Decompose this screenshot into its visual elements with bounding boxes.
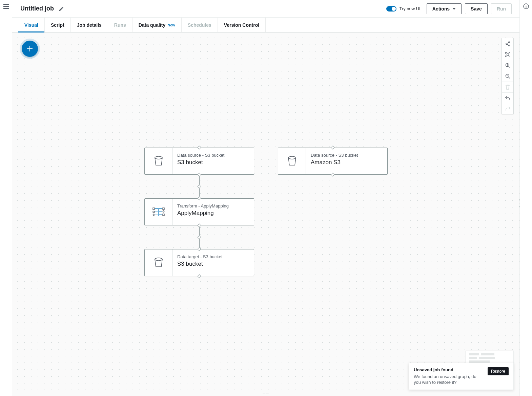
right-rail	[520, 0, 532, 396]
toggle-switch[interactable]	[386, 6, 396, 12]
svg-point-0	[508, 41, 510, 43]
new-badge: New	[167, 23, 175, 27]
node-name: Amazon S3	[311, 159, 383, 166]
add-node-button[interactable]	[22, 41, 38, 57]
node-s3-source-2[interactable]: Data source - S3 bucket Amazon S3	[278, 148, 388, 175]
app-root: Untitled job Try new UI Actions Save Run…	[0, 0, 532, 396]
node-s3-target[interactable]: Data target - S3 bucket S3 bucket	[144, 249, 254, 276]
zoom-in-icon[interactable]	[502, 60, 513, 71]
node-category: Data source - S3 bucket	[311, 153, 383, 158]
tab-bar: Visual Script Job details Runs Data qual…	[12, 18, 520, 32]
tab-runs: Runs	[108, 18, 132, 32]
save-button[interactable]: Save	[465, 3, 488, 14]
bucket-icon	[145, 148, 172, 174]
share-icon[interactable]	[502, 38, 513, 49]
svg-point-6	[155, 156, 162, 159]
svg-rect-8	[153, 208, 155, 210]
canvas-toolbar	[502, 38, 514, 114]
mapping-icon	[145, 199, 172, 225]
actions-button[interactable]: Actions	[427, 3, 462, 14]
try-new-ui-toggle[interactable]: Try new UI	[386, 6, 420, 12]
svg-rect-11	[163, 214, 164, 216]
toast-title: Unsaved job found	[414, 367, 484, 372]
tab-data-quality[interactable]: Data quality New	[132, 18, 182, 32]
left-rail	[0, 0, 12, 396]
toggle-label: Try new UI	[399, 6, 420, 11]
node-text: Transform - ApplyMapping ApplyMapping	[172, 199, 254, 225]
node-text: Data source - S3 bucket S3 bucket	[172, 148, 254, 174]
edge-marker	[197, 184, 201, 188]
svg-point-12	[155, 258, 162, 261]
info-icon[interactable]	[523, 3, 529, 9]
chevron-down-icon	[452, 8, 456, 10]
svg-rect-3	[507, 53, 509, 56]
undo-icon[interactable]	[502, 92, 513, 103]
resize-handle-icon[interactable]: ══	[263, 391, 269, 395]
bucket-icon	[145, 249, 172, 276]
zoom-out-icon[interactable]	[502, 71, 513, 82]
node-category: Data source - S3 bucket	[177, 153, 249, 158]
trash-icon	[502, 82, 513, 92]
panel-collapse-handle[interactable]	[518, 198, 521, 208]
restore-button[interactable]: Restore	[488, 367, 509, 375]
svg-point-7	[288, 156, 296, 159]
redo-icon	[502, 103, 513, 114]
node-applymapping[interactable]: Transform - ApplyMapping ApplyMapping	[144, 198, 254, 225]
node-s3-source-1[interactable]: Data source - S3 bucket S3 bucket	[144, 148, 254, 175]
canvas-container: Data source - S3 bucket S3 bucket Data s…	[12, 32, 520, 396]
tab-data-quality-label: Data quality	[139, 22, 165, 28]
svg-point-9	[153, 211, 155, 213]
svg-point-2	[508, 45, 510, 46]
tab-visual[interactable]: Visual	[18, 18, 45, 32]
tab-version-control[interactable]: Version Control	[218, 18, 266, 32]
bucket-icon	[278, 148, 306, 174]
tab-script[interactable]: Script	[45, 18, 71, 32]
header-bar: Untitled job Try new UI Actions Save Run	[12, 0, 520, 18]
graph-canvas[interactable]: Data source - S3 bucket S3 bucket Data s…	[12, 32, 520, 396]
node-category: Data target - S3 bucket	[177, 254, 249, 259]
actions-label: Actions	[432, 6, 450, 12]
svg-point-14	[526, 5, 526, 5]
toast-message: We found an unsaved graph, do you wish t…	[414, 374, 484, 386]
node-name: S3 bucket	[177, 159, 249, 166]
unsaved-toast: Unsaved job found We found an unsaved gr…	[409, 363, 514, 390]
node-text: Data source - S3 bucket Amazon S3	[306, 148, 387, 174]
edit-title-icon[interactable]	[59, 6, 64, 12]
svg-rect-10	[163, 208, 164, 210]
main-panel: Untitled job Try new UI Actions Save Run…	[12, 0, 520, 396]
page-title: Untitled job	[20, 5, 54, 12]
edge-marker	[197, 235, 201, 239]
svg-point-1	[506, 43, 507, 44]
fit-screen-icon[interactable]	[502, 49, 513, 60]
node-category: Transform - ApplyMapping	[177, 203, 249, 208]
node-name: S3 bucket	[177, 261, 249, 267]
tab-schedules: Schedules	[182, 18, 218, 32]
run-button: Run	[491, 3, 512, 14]
svg-rect-15	[526, 6, 526, 8]
hamburger-menu-icon[interactable]	[3, 4, 9, 9]
tab-job-details[interactable]: Job details	[71, 18, 108, 32]
node-name: ApplyMapping	[177, 210, 249, 217]
node-text: Data target - S3 bucket S3 bucket	[172, 249, 254, 276]
